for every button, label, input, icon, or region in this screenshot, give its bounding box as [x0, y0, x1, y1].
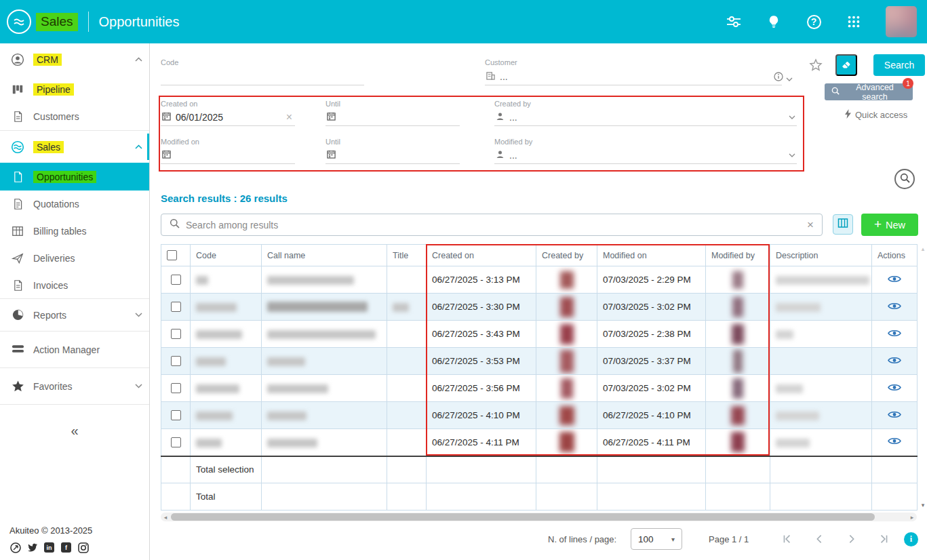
sidebar-item-deliveries[interactable]: Deliveries [0, 245, 149, 272]
until2-field[interactable] [326, 146, 460, 164]
view-row-button[interactable] [888, 410, 901, 419]
app-logo-icon[interactable] [7, 9, 31, 34]
column-header-actions[interactable]: Actions [872, 245, 918, 266]
scroll-right-arrow-icon[interactable]: ▸ [907, 513, 917, 521]
select-all-checkbox[interactable] [167, 250, 177, 260]
column-header-description[interactable]: Description [770, 245, 872, 266]
sidebar-item-pipeline[interactable]: Pipeline [0, 75, 149, 103]
clear-date-icon[interactable]: × [286, 111, 295, 123]
row-checkbox[interactable] [171, 437, 181, 447]
view-row-button[interactable] [888, 302, 901, 311]
clear-filters-button[interactable] [835, 54, 857, 76]
sidebar-item-billing-tables[interactable]: Billing tables [0, 218, 149, 245]
view-row-button[interactable] [888, 356, 901, 365]
search-button[interactable]: Search [873, 54, 925, 76]
sidebar-item-quotations[interactable]: Quotations [0, 191, 149, 218]
redacted-call-name [267, 412, 307, 420]
sidebar-item-sales[interactable]: Sales [0, 131, 149, 163]
view-row-button[interactable] [888, 275, 901, 283]
row-checkbox[interactable] [171, 302, 181, 312]
previous-page-button[interactable] [811, 531, 827, 547]
row-checkbox[interactable] [171, 329, 181, 339]
created-on-cell: 06/27/2025 - 3:56 PM [427, 375, 536, 402]
table-row[interactable]: 06/27/2025 - 3:13 PM 07/03/2025 - 2:29 P… [161, 266, 918, 294]
column-header-title[interactable]: Title [387, 245, 427, 266]
chevron-down-icon[interactable] [786, 72, 793, 84]
clear-search-icon[interactable]: × [807, 218, 814, 232]
horizontal-scrollbar[interactable]: ◂ ▸ [161, 513, 917, 521]
sidebar-item-action-manager[interactable]: Action Manager [0, 332, 149, 368]
modified-by-field[interactable]: ... [494, 146, 797, 164]
share-icon[interactable] [9, 542, 21, 553]
info-icon[interactable] [774, 72, 783, 84]
favorite-search-star-icon[interactable] [809, 58, 823, 75]
redacted-modified-by [732, 324, 744, 344]
sidebar-item-invoices[interactable]: Invoices [0, 272, 149, 299]
column-header-modified-on[interactable]: Modified on [597, 245, 706, 266]
created-on-cell: 06/27/2025 - 3:30 PM [427, 294, 536, 321]
row-checkbox[interactable] [171, 356, 181, 366]
first-page-button[interactable] [778, 531, 795, 547]
magnifier-button[interactable] [894, 169, 915, 189]
advanced-search-button[interactable]: Advanced search [825, 83, 913, 100]
until-field[interactable] [326, 108, 460, 126]
help-icon[interactable]: ? [806, 14, 822, 30]
column-picker-button[interactable] [833, 214, 853, 235]
code-input[interactable] [161, 69, 364, 85]
quick-access-button[interactable]: Quick access [844, 109, 907, 121]
horizontal-scrollbar-thumb[interactable] [171, 513, 875, 521]
column-header-modified-by[interactable]: Modified by [706, 245, 770, 266]
eraser-icon [840, 58, 852, 73]
customer-field[interactable]: ... [485, 68, 782, 85]
column-header-created-on[interactable]: Created on [427, 245, 536, 266]
facebook-icon[interactable]: f [60, 542, 72, 553]
new-button[interactable]: + New [861, 214, 918, 236]
instagram-icon[interactable] [77, 542, 89, 553]
last-page-button[interactable] [876, 531, 892, 547]
sidebar-item-opportunities[interactable]: Opportunities [0, 163, 149, 191]
info-button[interactable]: i [904, 532, 918, 546]
view-row-button[interactable] [888, 437, 901, 445]
results-search-input[interactable] [186, 220, 801, 231]
modified-on-cell: 07/03/2025 - 3:02 PM [597, 294, 706, 321]
twitter-icon[interactable] [26, 542, 38, 553]
created-by-field[interactable]: ... [494, 108, 797, 126]
chevron-down-icon[interactable] [789, 115, 797, 119]
user-avatar[interactable] [886, 6, 917, 37]
sidebar-item-customers[interactable]: Customers [0, 103, 149, 131]
row-checkbox[interactable] [171, 383, 181, 393]
column-header-code[interactable]: Code [191, 245, 262, 266]
scroll-down-arrow-icon[interactable]: ▾ [919, 500, 927, 510]
modified-on-field[interactable] [161, 146, 295, 164]
sidebar-collapse-button[interactable]: « [0, 417, 149, 444]
lightbulb-icon[interactable] [766, 14, 782, 30]
table-row[interactable]: 06/27/2025 - 3:30 PM 07/03/2025 - 3:02 P… [161, 294, 918, 321]
apps-grid-icon[interactable] [846, 14, 862, 30]
column-header-call-name[interactable]: Call name [262, 245, 387, 266]
row-checkbox[interactable] [171, 275, 181, 285]
chevron-up-icon [135, 57, 142, 62]
table-row[interactable]: 06/27/2025 - 3:53 PM 07/03/2025 - 3:37 P… [161, 348, 918, 375]
vertical-scrollbar[interactable]: ▴ ▾ [919, 244, 927, 510]
table-row[interactable]: 06/27/2025 - 4:10 PM 06/27/2025 - 4:10 P… [161, 402, 918, 429]
scroll-left-arrow-icon[interactable]: ◂ [161, 513, 170, 521]
row-checkbox[interactable] [171, 410, 181, 420]
table-row[interactable]: 06/27/2025 - 3:43 PM 07/03/2025 - 2:38 P… [161, 321, 918, 348]
total-label: Total [191, 483, 262, 511]
until-label: Until [326, 100, 340, 108]
linkedin-icon[interactable]: in [43, 542, 55, 553]
table-row[interactable]: 06/27/2025 - 4:11 PM 06/27/2025 - 4:11 P… [161, 429, 918, 456]
table-row[interactable]: 06/27/2025 - 3:56 PM 07/03/2025 - 3:02 P… [161, 375, 918, 402]
sidebar-item-crm[interactable]: CRM [0, 43, 149, 75]
settings-sliders-icon[interactable] [726, 14, 742, 30]
sidebar-item-reports[interactable]: Reports [0, 299, 149, 332]
chevron-down-icon[interactable] [789, 153, 797, 157]
created-on-field[interactable]: 06/01/2025 × [161, 108, 295, 126]
scroll-up-arrow-icon[interactable]: ▴ [919, 244, 927, 254]
lines-per-page-select[interactable]: 100 ▾ [631, 528, 682, 550]
next-page-button[interactable] [844, 531, 860, 547]
sidebar-item-favorites[interactable]: Favorites [0, 368, 149, 405]
view-row-button[interactable] [888, 329, 901, 338]
column-header-created-by[interactable]: Created by [536, 245, 597, 266]
view-row-button[interactable] [888, 383, 901, 392]
